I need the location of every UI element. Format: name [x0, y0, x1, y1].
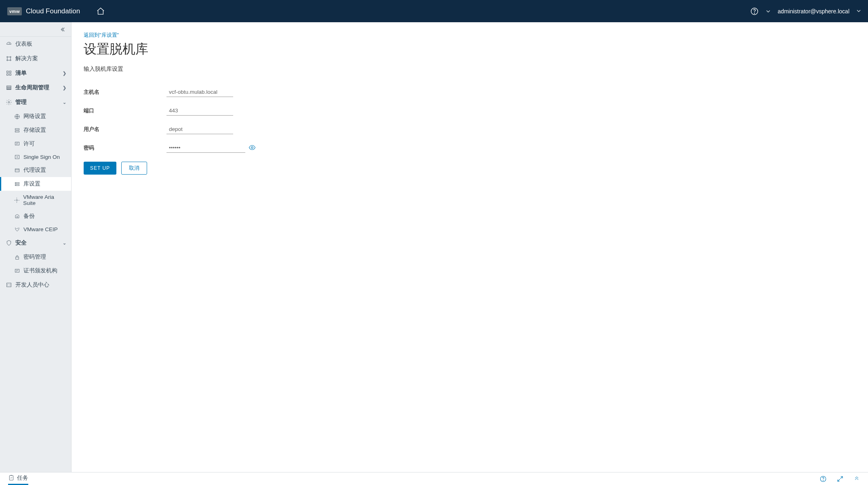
sidebar-sub-label: 许可	[23, 140, 35, 148]
svg-point-25	[16, 199, 18, 201]
footer-tab-label: 任务	[17, 474, 28, 482]
sidebar-collapse-toggle[interactable]	[0, 22, 71, 37]
user-menu-chevron-icon[interactable]	[857, 8, 861, 14]
gear-icon	[6, 99, 12, 105]
sidebar-sub-proxy[interactable]: 代理设置	[0, 163, 71, 177]
sidebar: 仪表板 解决方案 清单 ❯ 生命周期管理 ❯ 管理 ⌄ 网络设置 存储设置	[0, 22, 72, 472]
svg-point-29	[251, 147, 253, 149]
aria-icon	[14, 197, 20, 203]
offline-depot-form: 主机名 端口 用户名 密码 SET UP	[84, 87, 856, 175]
sidebar-sub-cert[interactable]: 证书颁发机构	[0, 264, 71, 278]
sidebar-sub-depot[interactable]: 库设置	[0, 177, 71, 191]
port-label: 端口	[84, 107, 166, 114]
svg-rect-15	[15, 129, 19, 130]
host-label: 主机名	[84, 89, 166, 96]
home-icon[interactable]	[96, 7, 105, 16]
header-menu-toggle[interactable]	[766, 9, 770, 13]
svg-rect-11	[7, 87, 11, 89]
dashboard-icon	[6, 41, 12, 47]
user-label[interactable]: administrator@vsphere.local	[777, 8, 849, 15]
footer-bar: 任务	[0, 472, 868, 485]
help-icon[interactable]	[750, 7, 759, 16]
proxy-icon	[14, 167, 20, 173]
footer-tab-tasks[interactable]: 任务	[8, 472, 28, 485]
user-label: 用户名	[84, 126, 166, 133]
user-input[interactable]	[166, 124, 233, 134]
sidebar-item-admin[interactable]: 管理 ⌄	[0, 95, 71, 110]
setup-button[interactable]: SET UP	[84, 162, 116, 175]
sidebar-item-devcenter[interactable]: 开发人员中心	[0, 278, 71, 292]
sidebar-sub-network[interactable]: 网络设置	[0, 110, 71, 123]
sidebar-item-label: 生命周期管理	[15, 84, 49, 91]
product-name: Cloud Foundation	[26, 7, 80, 15]
svg-point-23	[16, 183, 16, 183]
password-input[interactable]	[166, 143, 245, 153]
sidebar-sub-label: VMware Aria Suite	[23, 194, 66, 206]
header-right: administrator@vsphere.local	[750, 7, 861, 16]
sso-icon	[14, 154, 20, 160]
sidebar-sub-label: 证书颁发机构	[23, 267, 57, 274]
password-label: 密码	[84, 144, 166, 152]
network-icon	[14, 114, 20, 120]
sidebar-sub-storage[interactable]: 存储设置	[0, 123, 71, 137]
svg-point-24	[16, 185, 16, 185]
sidebar-sub-ceip[interactable]: VMware CEIP	[0, 223, 71, 236]
svg-rect-6	[7, 71, 8, 73]
vendor-logo: vmw	[7, 7, 22, 15]
chevron-down-icon: ⌄	[63, 100, 66, 105]
sidebar-sub-password[interactable]: 密码管理	[0, 250, 71, 264]
svg-point-19	[17, 156, 18, 158]
sidebar-sub-label: VMware CEIP	[23, 226, 58, 232]
sidebar-sub-label: 代理设置	[23, 167, 46, 174]
host-input[interactable]	[166, 87, 233, 97]
sidebar-sub-label: 库设置	[23, 180, 40, 188]
sidebar-sub-license[interactable]: 许可	[0, 137, 71, 151]
back-link[interactable]: 返回到"库设置"	[84, 32, 119, 38]
cancel-button[interactable]: 取消	[121, 162, 147, 175]
svg-rect-7	[9, 71, 11, 73]
storage-icon	[14, 127, 20, 133]
sidebar-item-lifecycle[interactable]: 生命周期管理 ❯	[0, 80, 71, 95]
port-input[interactable]	[166, 106, 233, 116]
svg-point-13	[8, 101, 10, 103]
sidebar-item-label: 解决方案	[15, 55, 38, 62]
backup-icon	[14, 213, 20, 219]
lock-icon	[14, 254, 20, 260]
license-icon	[14, 141, 20, 147]
footer-help-icon[interactable]	[820, 475, 827, 483]
sidebar-item-security[interactable]: 安全 ⌄	[0, 236, 71, 250]
svg-point-32	[823, 480, 824, 481]
sidebar-item-inventory[interactable]: 清单 ❯	[0, 66, 71, 80]
sidebar-sub-label: Single Sign On	[23, 154, 60, 160]
svg-rect-9	[9, 74, 11, 75]
sidebar-sub-label: 备份	[23, 213, 35, 220]
inventory-icon	[6, 70, 12, 76]
app-header: vmw Cloud Foundation administrator@vsphe…	[0, 0, 868, 22]
svg-rect-16	[15, 131, 19, 132]
eye-icon[interactable]	[249, 144, 256, 153]
svg-point-4	[7, 60, 8, 61]
footer-expand-icon[interactable]	[836, 475, 844, 483]
svg-rect-12	[7, 89, 11, 89]
sidebar-item-label: 管理	[15, 99, 27, 106]
footer-collapse-up-icon[interactable]	[853, 476, 860, 482]
svg-rect-27	[15, 269, 19, 272]
chevron-right-icon: ❯	[63, 71, 66, 76]
page-subtitle: 输入脱机库设置	[84, 65, 856, 73]
ceip-icon	[14, 226, 20, 232]
sidebar-sub-backup[interactable]: 备份	[0, 209, 71, 223]
sidebar-sub-aria[interactable]: VMware Aria Suite	[0, 191, 71, 209]
main-content: 返回到"库设置" 设置脱机库 输入脱机库设置 主机名 端口 用户名 密码	[72, 22, 868, 472]
svg-point-2	[7, 57, 8, 58]
svg-rect-20	[15, 169, 19, 172]
sidebar-item-solutions[interactable]: 解决方案	[0, 51, 71, 66]
svg-point-5	[10, 60, 11, 61]
svg-rect-17	[15, 142, 19, 145]
svg-rect-18	[15, 155, 19, 159]
lifecycle-icon	[6, 84, 12, 91]
svg-rect-10	[7, 86, 11, 87]
sidebar-sub-sso[interactable]: Single Sign On	[0, 151, 71, 163]
svg-point-3	[10, 57, 11, 58]
sidebar-item-dashboard[interactable]: 仪表板	[0, 37, 71, 51]
tasks-icon	[8, 474, 15, 482]
